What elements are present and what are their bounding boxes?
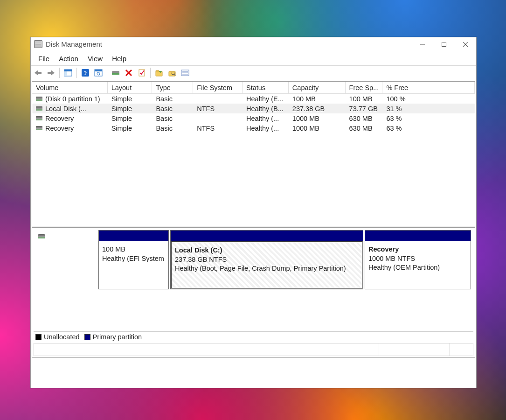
- menubar: File Action View Help: [31, 51, 476, 66]
- volume-free: 100 MB: [346, 95, 383, 103]
- menu-action[interactable]: Action: [54, 53, 83, 64]
- volume-list-body[interactable]: (Disk 0 partition 1) Simple Basic Health…: [32, 94, 475, 226]
- close-button[interactable]: [455, 37, 476, 51]
- col-layout[interactable]: Layout: [108, 82, 152, 93]
- volume-name: Local Disk (...: [45, 105, 86, 112]
- help-icon: ?: [81, 69, 90, 77]
- svg-rect-20: [156, 70, 159, 72]
- list-button[interactable]: [179, 67, 191, 78]
- partition-status: Healthy (Boot, Page File, Crash Dump, Pr…: [175, 264, 359, 273]
- refresh-button[interactable]: [110, 67, 122, 78]
- titlebar[interactable]: Disk Management: [31, 37, 476, 51]
- volume-row[interactable]: Recovery Simple Basic NTFS Healthy (... …: [32, 123, 475, 133]
- volume-icon: [36, 97, 42, 101]
- volume-free: 630 MB: [346, 115, 383, 122]
- minimize-button[interactable]: [412, 37, 433, 51]
- volume-layout: Simple: [108, 125, 152, 132]
- volume-free: 73.77 GB: [346, 105, 383, 112]
- find-button[interactable]: [166, 67, 178, 78]
- volume-capacity: 100 MB: [289, 95, 346, 103]
- volume-pct: 63 %: [382, 125, 475, 132]
- menu-file[interactable]: File: [34, 53, 54, 64]
- toolbar: ?: [31, 66, 476, 80]
- volume-icon: [36, 126, 42, 130]
- up-one-level-button[interactable]: [153, 67, 165, 78]
- volume-type: Basic: [152, 125, 193, 132]
- volume-name: (Disk 0 partition 1): [45, 95, 100, 103]
- window-title: Disk Management: [46, 40, 102, 48]
- arrow-left-icon: [34, 70, 42, 76]
- col-status[interactable]: Status: [243, 82, 289, 93]
- disk-icon: [38, 234, 45, 238]
- check-sheet-icon: [138, 69, 146, 77]
- help-button[interactable]: ?: [79, 67, 91, 78]
- volume-capacity: 1000 MB: [289, 125, 346, 132]
- menu-view[interactable]: View: [83, 53, 107, 64]
- legend-unallocated: Unallocated: [44, 333, 80, 341]
- volume-name: Recovery: [45, 115, 74, 122]
- legend-swatch-primary: [84, 334, 90, 340]
- volume-layout: Simple: [108, 115, 152, 122]
- delete-button[interactable]: [123, 67, 135, 78]
- col-type[interactable]: Type: [152, 82, 193, 93]
- console-tree-icon: [64, 69, 72, 77]
- volume-pct: 63 %: [382, 115, 475, 122]
- disk-graphical-panel: Disk 0 Basic 238.46 GB Online 100 MB Hea…: [32, 227, 475, 358]
- volume-list-header: Volume Layout Type File System Status Ca…: [32, 82, 475, 94]
- maximize-icon: [442, 42, 446, 47]
- properties-button[interactable]: [136, 67, 148, 78]
- partition-status: Healthy (OEM Partition): [368, 263, 467, 273]
- svg-marker-4: [35, 70, 42, 76]
- disk-management-icon: [34, 40, 42, 48]
- svg-rect-8: [64, 71, 67, 76]
- disk-icon: [111, 70, 120, 76]
- folder-search-icon: [168, 69, 176, 77]
- settings-icon: [94, 69, 103, 77]
- partition-bar: [365, 231, 471, 241]
- svg-rect-15: [112, 73, 119, 75]
- partition-size: 237.38 GB NTFS: [175, 255, 359, 265]
- nav-back-button[interactable]: [32, 67, 44, 78]
- settings-button[interactable]: [92, 67, 104, 78]
- volume-row[interactable]: Local Disk (... Simple Basic NTFS Health…: [32, 104, 475, 113]
- partition-bar: [99, 231, 168, 241]
- show-hide-console-tree-button[interactable]: [62, 67, 74, 78]
- volume-status: Healthy (...: [243, 125, 289, 132]
- col-free-space[interactable]: Free Sp...: [346, 82, 383, 93]
- volume-row[interactable]: (Disk 0 partition 1) Simple Basic Health…: [32, 94, 475, 104]
- volume-pct: 31 %: [382, 105, 475, 112]
- partitions-container: 100 MB Healthy (EFI System Local Disk (C…: [98, 230, 472, 289]
- svg-rect-1: [442, 42, 446, 46]
- volume-fs: NTFS: [193, 125, 243, 132]
- close-icon: [463, 42, 468, 47]
- volume-status: Healthy (...: [243, 115, 289, 122]
- nav-forward-button[interactable]: [45, 67, 57, 78]
- svg-rect-12: [95, 70, 102, 71]
- status-bar: [34, 343, 473, 356]
- partition-size: 100 MB: [102, 245, 165, 254]
- legend-primary: Primary partition: [93, 333, 142, 341]
- volume-type: Basic: [152, 105, 193, 112]
- volume-list-panel: Volume Layout Type File System Status Ca…: [32, 81, 475, 226]
- x-icon: [125, 69, 132, 77]
- menu-help[interactable]: Help: [107, 53, 131, 64]
- volume-capacity: 1000 MB: [289, 115, 346, 122]
- col-volume[interactable]: Volume: [32, 82, 108, 93]
- volume-status: Healthy (E...: [243, 95, 289, 103]
- partition-local-disk-c[interactable]: Local Disk (C:) 237.38 GB NTFS Healthy (…: [170, 230, 363, 289]
- svg-rect-7: [64, 70, 72, 71]
- maximize-button[interactable]: [433, 37, 455, 51]
- partition-recovery[interactable]: Recovery 1000 MB NTFS Healthy (OEM Parti…: [365, 230, 471, 289]
- partition-title: Recovery: [368, 245, 399, 253]
- volume-row[interactable]: Recovery Simple Basic Healthy (... 1000 …: [32, 113, 475, 123]
- volume-free: 630 MB: [346, 125, 383, 132]
- col-file-system[interactable]: File System: [193, 82, 243, 93]
- minimize-icon: [420, 42, 425, 47]
- svg-text:?: ?: [84, 70, 87, 77]
- partition-efi[interactable]: 100 MB Healthy (EFI System: [98, 230, 169, 289]
- volume-icon: [36, 116, 42, 120]
- svg-marker-5: [48, 70, 55, 76]
- col-capacity[interactable]: Capacity: [289, 82, 346, 93]
- col-pct-free[interactable]: % Free: [382, 82, 475, 93]
- volume-layout: Simple: [108, 95, 152, 103]
